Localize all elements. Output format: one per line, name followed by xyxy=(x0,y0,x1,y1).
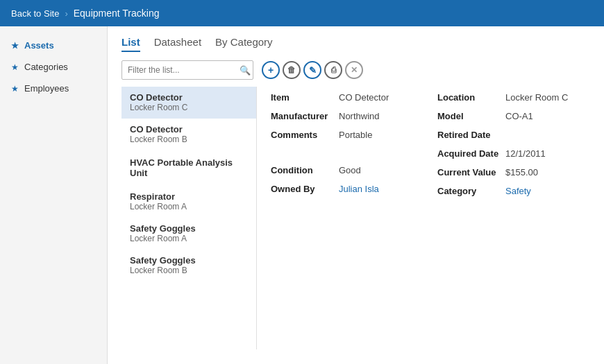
detail-value-comments: Portable xyxy=(339,130,372,140)
detail-row-retired-date: Retired Date xyxy=(437,127,576,143)
search-icon[interactable]: 🔍 xyxy=(240,65,251,76)
detail-value-current-value: $155.00 xyxy=(505,167,538,177)
list-item-title: Safety Goggles xyxy=(130,255,248,266)
list-item[interactable]: HVAC Portable Analysis Unit xyxy=(121,150,256,186)
detail-label-category: Category xyxy=(437,186,500,196)
content-area: CO Detector Locker Room C CO Detector Lo… xyxy=(121,87,590,349)
list-item-subtitle: Locker Room A xyxy=(130,202,248,211)
sidebar-item-categories[interactable]: ★ Categories xyxy=(0,56,107,78)
detail-label-acquired-date: Acquired Date xyxy=(437,148,500,159)
search-input[interactable] xyxy=(121,60,253,80)
detail-row-manufacturer: Manufacturer Northwind xyxy=(271,108,410,124)
detail-left-column: Item CO Detector Manufacturer Northwind … xyxy=(271,89,410,199)
list-item[interactable]: CO Detector Locker Room B xyxy=(121,119,256,150)
star-icon-assets: ★ xyxy=(11,41,19,51)
detail-row-owned-by: Owned By Julian Isla xyxy=(271,181,410,197)
list-item-title: CO Detector xyxy=(130,92,248,103)
detail-value-model: CO-A1 xyxy=(505,111,533,121)
detail-panel: Item CO Detector Manufacturer Northwind … xyxy=(257,87,590,349)
detail-row-comments: Comments Portable xyxy=(271,127,410,143)
tab-by-category[interactable]: By Category xyxy=(215,36,273,52)
back-to-site-link[interactable]: Back to Site xyxy=(11,8,59,19)
detail-label-condition: Condition xyxy=(271,165,333,175)
detail-right-column: Location Locker Room C Model CO-A1 Retir… xyxy=(437,89,576,199)
tab-list[interactable]: List xyxy=(121,36,140,52)
detail-label-current-value: Current Value xyxy=(437,167,500,177)
add-button[interactable]: + xyxy=(262,61,280,79)
tab-datasheet[interactable]: Datasheet xyxy=(154,36,201,52)
detail-label-comments: Comments xyxy=(271,130,333,140)
breadcrumb-separator: › xyxy=(65,8,67,19)
list-item[interactable]: CO Detector Locker Room C xyxy=(121,87,256,119)
sidebar-item-assets[interactable]: ★ Assets xyxy=(0,35,107,56)
main-content: List Datasheet By Category 🔍 + 🗑 ✎ ⎙ ✕ C… xyxy=(108,26,604,364)
detail-value-category[interactable]: Safety xyxy=(505,186,531,196)
detail-value-item: CO Detector xyxy=(339,92,389,103)
toolbar: 🔍 + 🗑 ✎ ⎙ ✕ xyxy=(121,60,590,80)
close-button[interactable]: ✕ xyxy=(345,61,363,79)
detail-row-spacer xyxy=(271,146,410,159)
detail-row-category: Category Safety xyxy=(437,183,576,199)
sidebar-label-assets: Assets xyxy=(24,40,54,51)
main-layout: ★ Assets ★ Categories ★ Employees List D… xyxy=(0,26,604,364)
edit-button[interactable]: ✎ xyxy=(303,61,321,79)
list-item-title: Respirator xyxy=(130,191,248,202)
asset-list: CO Detector Locker Room C CO Detector Lo… xyxy=(121,87,257,349)
detail-value-acquired-date: 12/1/2011 xyxy=(505,148,546,159)
list-item-subtitle: Locker Room C xyxy=(130,103,248,112)
sidebar-item-employees[interactable]: ★ Employees xyxy=(0,78,107,99)
list-item-subtitle: Locker Room A xyxy=(130,234,248,243)
star-icon-employees: ★ xyxy=(11,84,19,94)
list-item-title: CO Detector xyxy=(130,124,248,135)
list-item[interactable]: Safety Goggles Locker Room B xyxy=(121,250,256,281)
detail-value-condition: Good xyxy=(339,165,361,175)
detail-row-model: Model CO-A1 xyxy=(437,108,576,124)
detail-row-acquired-date: Acquired Date 12/1/2011 xyxy=(437,146,576,162)
detail-label-model: Model xyxy=(437,111,500,121)
list-item-subtitle: Locker Room B xyxy=(130,266,248,275)
detail-value-location: Locker Room C xyxy=(505,92,568,103)
app-header: Back to Site › Equipment Tracking xyxy=(0,0,604,26)
sidebar-label-categories: Categories xyxy=(24,62,68,72)
detail-row-current-value: Current Value $155.00 xyxy=(437,164,576,180)
detail-value-owned-by[interactable]: Julian Isla xyxy=(339,184,379,194)
page-title: Equipment Tracking xyxy=(74,8,160,19)
detail-row-condition: Condition Good xyxy=(271,162,410,178)
print-button[interactable]: ⎙ xyxy=(324,61,342,79)
sidebar: ★ Assets ★ Categories ★ Employees xyxy=(0,26,108,364)
detail-label-retired-date: Retired Date xyxy=(437,130,500,140)
star-icon-categories: ★ xyxy=(11,62,19,72)
detail-label-manufacturer: Manufacturer xyxy=(271,111,333,121)
detail-value-manufacturer: Northwind xyxy=(339,111,380,121)
delete-button[interactable]: 🗑 xyxy=(283,61,301,79)
list-item[interactable]: Respirator Locker Room A xyxy=(121,186,256,218)
tab-bar: List Datasheet By Category xyxy=(121,36,590,52)
detail-label-owned-by: Owned By xyxy=(271,184,333,194)
list-item-subtitle: Locker Room B xyxy=(130,135,248,144)
sidebar-label-employees: Employees xyxy=(24,83,69,94)
search-container: 🔍 xyxy=(121,60,253,80)
detail-label-location: Location xyxy=(437,92,500,103)
list-item-title: Safety Goggles xyxy=(130,223,248,234)
list-item-title: HVAC Portable Analysis Unit xyxy=(130,157,248,178)
detail-label-item: Item xyxy=(271,92,333,103)
detail-row-location: Location Locker Room C xyxy=(437,89,576,105)
list-item[interactable]: Safety Goggles Locker Room A xyxy=(121,218,256,250)
detail-row-item: Item CO Detector xyxy=(271,89,410,105)
